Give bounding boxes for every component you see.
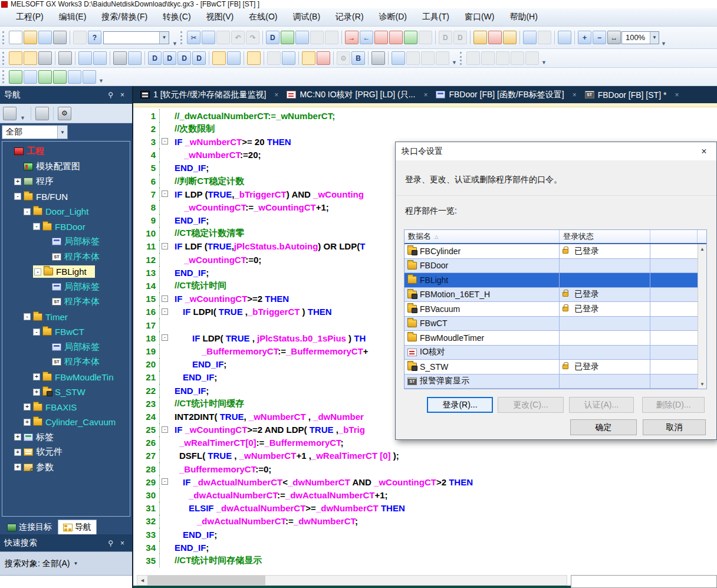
device-comment-1-icon[interactable]: D (148, 51, 162, 65)
open-project-icon[interactable] (24, 31, 37, 44)
tree-sort-icon[interactable] (3, 107, 17, 120)
table-row-fbwmoudletimer[interactable]: FBwMoudleTimer (404, 331, 698, 346)
tree-item-door-light[interactable]: -Door_Light (2, 204, 130, 219)
program-list-icon[interactable] (78, 51, 92, 65)
menu-find-replace[interactable]: 搜索/替换(F) (94, 9, 155, 25)
expand-icon[interactable]: + (24, 403, 31, 410)
device-batch-icon[interactable]: D (192, 51, 206, 65)
module-configuration-icon[interactable] (58, 51, 72, 65)
find-binoculars-icon[interactable] (113, 51, 127, 65)
menu-view[interactable]: 视图(V) (199, 9, 242, 25)
bch-device-icon[interactable]: B (351, 51, 365, 65)
menu-project[interactable]: 工程(P) (8, 9, 51, 25)
zoom-level-select[interactable]: 100%▼ (621, 31, 659, 44)
find-window-icon[interactable] (128, 51, 142, 65)
device-setting-icon[interactable]: D (266, 31, 279, 44)
help-icon[interactable]: ? (88, 31, 101, 44)
monitor-start-icon[interactable] (281, 31, 294, 44)
pointer-branch-2-icon[interactable] (83, 70, 96, 84)
toolbar-more-icon[interactable]: ▼ (541, 60, 547, 67)
toolbar-more-icon[interactable]: ▼ (452, 60, 457, 67)
expand-icon[interactable]: + (33, 389, 40, 396)
quick-search-scope[interactable]: 搜索对象: 全部(A) ▼ (0, 551, 132, 575)
tab-close-icon[interactable]: × (569, 91, 580, 99)
menu-debug[interactable]: 调试(B) (285, 9, 328, 25)
tree-item-parameters[interactable]: +参数 (2, 460, 130, 475)
tab-close-icon[interactable]: × (420, 91, 431, 99)
new-project-icon[interactable] (9, 31, 22, 44)
fold-collapse-icon[interactable] (162, 308, 168, 315)
table-row-alarm-popup[interactable]: 报警弹窗显示 (404, 375, 698, 389)
tree-sort-dropdown-icon[interactable]: ▼ (20, 115, 25, 123)
toolbar-grip[interactable] (2, 52, 6, 65)
chevron-down-icon[interactable]: ▼ (159, 32, 169, 44)
table-row-fbvacuum[interactable]: FBVacuum已登录 (404, 302, 698, 317)
expand-icon[interactable]: + (14, 178, 21, 185)
device-comment-2-icon[interactable]: D (163, 51, 176, 65)
comment-note-2-icon[interactable] (503, 31, 517, 44)
zoom-in-icon[interactable]: + (578, 31, 591, 44)
zoom-fit-icon[interactable]: ↔ (607, 31, 621, 44)
menu-online[interactable]: 在线(O) (241, 9, 285, 25)
table-row-fblight[interactable]: FBLight (404, 273, 698, 288)
column-header-name[interactable]: 数据名 △ (404, 230, 560, 243)
tab-connection-target[interactable]: 连接目标 (2, 520, 57, 534)
expand-icon[interactable]: - (24, 313, 31, 320)
user-find-icon[interactable] (371, 51, 385, 65)
write-to-plc-icon[interactable]: → (345, 31, 358, 44)
statement-jump-icon[interactable] (9, 70, 22, 84)
navigation-toggle-icon[interactable] (9, 51, 22, 65)
pointer-branch-1-icon[interactable] (68, 70, 81, 84)
fold-collapse-icon[interactable] (162, 295, 168, 302)
horizontal-scrollbar[interactable]: ◄ (137, 575, 567, 586)
comment-note-icon[interactable] (473, 31, 487, 44)
scrollbar-thumb[interactable] (147, 576, 265, 585)
expand-icon[interactable]: + (14, 449, 21, 456)
watch-window-icon[interactable] (558, 31, 571, 44)
menu-edit[interactable]: 编辑(E) (51, 9, 94, 25)
window-zoom-icon[interactable] (392, 51, 405, 65)
toolbar-grip[interactable] (460, 52, 463, 65)
tab-io-check[interactable]: MC:N0 IO核对 [PRG] [LD] (只... (282, 87, 420, 103)
table-row-io-check[interactable]: IO核对 (404, 346, 698, 360)
gear-icon[interactable]: ⚙ (58, 107, 71, 120)
tree-item-timer[interactable]: -Timer (2, 310, 130, 325)
table-row-s-stw[interactable]: S_STW已登录 (404, 360, 698, 375)
statement-list-icon[interactable] (24, 70, 37, 84)
toolbar-more-icon[interactable]: ▼ (172, 41, 177, 48)
cut-icon[interactable]: ✂ (187, 31, 200, 44)
tree-item-devices[interactable]: +软元件 (2, 445, 130, 460)
tree-item-fbdoor[interactable]: -FBDoor (2, 219, 130, 235)
io-check-icon[interactable] (317, 51, 330, 65)
scroll-up-icon[interactable]: ▲ (700, 244, 705, 254)
fold-collapse-icon[interactable] (162, 426, 168, 433)
pin-icon[interactable]: ⚲ (104, 91, 117, 99)
toolbar-more-icon[interactable]: ▼ (98, 78, 104, 86)
save-project-icon[interactable] (38, 31, 52, 44)
menu-window[interactable]: 窗口(W) (457, 9, 502, 25)
tree-item-module-configuration[interactable]: 模块配置图 (2, 159, 130, 175)
expand-icon[interactable]: - (33, 329, 40, 336)
close-icon[interactable]: × (695, 144, 713, 159)
expand-icon[interactable]: + (14, 464, 21, 471)
grid-color-icon[interactable] (282, 51, 295, 65)
monitor-window-icon[interactable] (523, 31, 537, 44)
read-from-plc-icon[interactable]: ← (360, 31, 373, 44)
find-next-icon[interactable] (53, 70, 67, 84)
find-previous-icon[interactable] (38, 70, 52, 84)
tree-item-project[interactable]: 工程 (2, 144, 130, 159)
clock-setting-icon[interactable] (212, 51, 226, 65)
expand-icon[interactable]: - (14, 193, 21, 200)
tree-item-fbaxis[interactable]: +FBAXIS (2, 400, 130, 415)
tree-item-fbdoor-local-labels[interactable]: 局部标签 (2, 234, 130, 249)
cancel-button[interactable]: 取消 (643, 419, 706, 435)
scroll-down-icon[interactable]: ▼ (700, 379, 705, 389)
tab-batch-monitor[interactable]: 1 [软元件/缓冲存储器批量监视] (136, 87, 271, 103)
tab-fbdoor-label-settings[interactable]: FBDoor [FB] [函数/FB标签设置] (431, 87, 568, 103)
menu-tools[interactable]: 工具(T) (415, 9, 457, 25)
edit-pen-icon[interactable] (302, 51, 315, 65)
tree-collapse-icon[interactable] (35, 107, 49, 120)
tree-item-s-stw[interactable]: +S_STW (2, 385, 130, 400)
close-icon[interactable]: × (117, 539, 128, 547)
search-combo-input[interactable]: ▼ (103, 31, 169, 44)
